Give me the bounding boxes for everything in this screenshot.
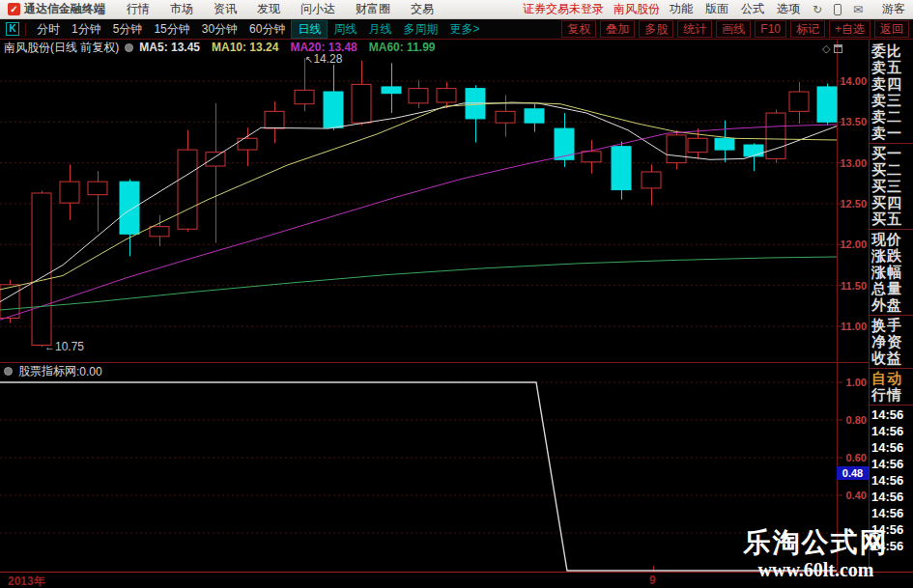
candlestick [265,111,284,128]
ma-legend-item: MA5: 13.45 [139,41,200,54]
period-toolbar: K 分时1分钟5分钟15分钟30分钟60分钟日线周线月线多周期更多> 复权叠加多… [0,19,913,40]
menu-交易[interactable]: 交易 [411,1,434,17]
indicator-dropdown-icon[interactable] [125,43,133,52]
sidebar-divider [870,315,913,316]
ma-legend-item: MA10: 13.24 [212,41,278,54]
candlestick [667,135,686,163]
menu-功能[interactable]: 功能 [670,1,693,17]
sidebar-divider [870,229,913,230]
tool-复权[interactable]: 复权 [561,20,596,38]
tick-time-row: 14:56 [870,423,913,439]
period-日线[interactable]: 日线 [291,20,328,39]
tool-统计[interactable]: 统计 [677,20,712,38]
candlestick [238,138,257,150]
quote-row-涨幅: 涨幅 [870,264,913,280]
period-5分钟[interactable]: 5分钟 [107,20,149,39]
tool-画线[interactable]: 画线 [716,20,751,38]
indicator-dropdown-icon[interactable] [4,367,13,376]
candlestick [0,285,19,319]
menu-资讯[interactable]: 资讯 [214,1,237,17]
period-更多>[interactable]: 更多> [443,20,485,39]
menu-选项[interactable]: 选项 [777,1,800,17]
tick-time-row: 14:56 [870,456,913,472]
tick-time-row: 14:56 [870,472,913,489]
period-60分钟[interactable]: 60分钟 [243,20,291,39]
alert-text[interactable]: 南风股份 [613,1,660,17]
indicator-line [0,382,837,571]
menu-版面[interactable]: 版面 [705,1,728,17]
indicator-cursor-badge: 0.48 [837,466,869,480]
tool-叠加[interactable]: 叠加 [600,20,635,38]
tool-F10[interactable]: F10 [755,20,786,38]
period-月线[interactable]: 月线 [362,20,397,39]
period-1分钟[interactable]: 1分钟 [66,20,107,39]
indicator-name[interactable]: 股票指标网 [18,363,76,379]
price-axis-label: 11.50 [837,280,867,292]
candlestick [817,87,837,122]
tool-标记[interactable]: 标记 [790,20,825,38]
indicator-axis-label: 0.60 [837,452,867,463]
menu-发现[interactable]: 发现 [257,1,280,17]
menu-公式[interactable]: 公式 [741,1,764,17]
watermark-text: 乐淘公式网 [736,526,896,559]
tool-多股[interactable]: 多股 [639,20,673,38]
candlestick [642,172,661,188]
quote-row-卖三: 卖三 [870,92,913,108]
quote-row-卖一: 卖一 [870,125,913,141]
diamond-icon[interactable]: ◇ [822,42,830,55]
quote-row-买四: 买四 [870,194,913,210]
candlestick [612,147,631,190]
quote-row-现价: 现价 [870,231,913,247]
window-icon[interactable] [834,44,842,53]
quote-row-总量: 总量 [870,280,913,296]
candlestick-chart[interactable] [0,40,913,588]
mail-icon[interactable]: ✉ [853,3,863,16]
chart-region: 南风股份(日线 前复权) MA5: 13.45MA10: 13.24MA20: … [0,40,913,588]
candlestick [409,89,428,103]
quote-row-自动[interactable]: 自动 [870,370,913,386]
candlestick [120,182,139,234]
candlestick [688,138,707,152]
tool-+自选[interactable]: +自选 [829,20,870,38]
price-axis-label: 13.50 [837,116,867,127]
quote-row-行情[interactable]: 行情 [870,386,913,403]
tick-time-row: 14:56 [870,489,913,505]
menu-市场[interactable]: 市场 [170,1,193,17]
menu-财富圈[interactable]: 财富圈 [356,1,390,17]
period-15分钟[interactable]: 15分钟 [148,20,195,39]
price-axis-label: 14.00 [837,75,867,87]
xaxis-year-label: 2013年 [8,574,45,588]
candlestick [437,89,456,102]
chart-tools: 复权叠加多股统计画线F10标记+自选返回 [557,20,909,38]
menu-行情[interactable]: 行情 [127,1,150,17]
candlestick [88,182,107,195]
candlestick [525,109,544,123]
alert-text[interactable]: 证券交易未登录 [523,1,604,17]
candlestick [582,152,601,162]
quote-row-涨跌: 涨跌 [870,247,913,264]
tick-time-row: 14:56 [870,439,913,456]
quote-row-卖二: 卖二 [870,108,913,125]
kline-icon[interactable]: K [6,22,19,36]
menu-问小达[interactable]: 问小达 [300,1,335,17]
indicator-header: 股票指标网 : 0.00 [4,365,102,378]
quote-row-买一: 买一 [870,145,913,161]
low-price-annotation: ←10.75 [44,340,84,353]
quote-row-外盘: 外盘 [870,296,913,313]
app-logo-icon[interactable]: ✓ [8,3,20,15]
phone-icon[interactable] [834,4,842,15]
user-guest-label[interactable]: 游客 [882,1,905,17]
period-周线[interactable]: 周线 [328,20,362,39]
candlestick [496,111,515,123]
period-分时[interactable]: 分时 [31,20,66,39]
refresh-icon[interactable]: ↻ [813,3,822,16]
candlestick [295,90,314,103]
period-buttons: 分时1分钟5分钟15分钟30分钟60分钟日线周线月线多周期更多> [31,20,485,39]
candlestick [766,113,785,158]
price-axis-label: 12.00 [837,238,867,250]
period-30分钟[interactable]: 30分钟 [196,20,243,39]
candlestick [178,150,197,229]
period-多周期[interactable]: 多周期 [397,20,443,39]
tool-返回[interactable]: 返回 [874,20,909,38]
indicator-axis-label: 0.80 [837,414,867,426]
